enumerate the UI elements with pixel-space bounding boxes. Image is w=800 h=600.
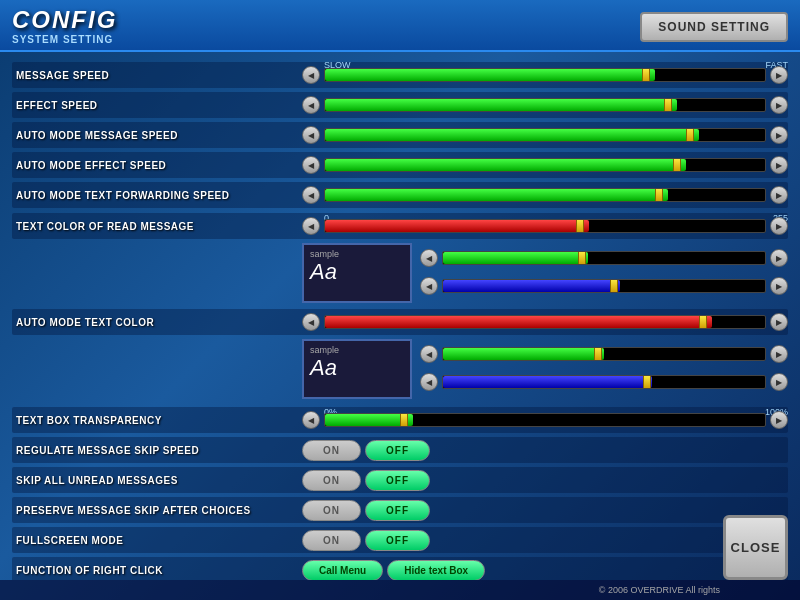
read-green-container: ◀ ▶ [420,249,788,267]
read-green-track[interactable] [442,251,766,265]
text-color-read-row: TEXT COLOR OF READ MESSAGE ◀ ▶ [12,213,788,239]
message-speed-left-arrow[interactable]: ◀ [302,66,320,84]
auto-color-sample-box: sample Aa [302,339,412,399]
read-red-right-arrow[interactable]: ▶ [770,217,788,235]
header-title-group: CONFIG SYSTEM SETTING [12,6,117,45]
read-green-left-arrow[interactable]: ◀ [420,249,438,267]
read-red-left-arrow[interactable]: ◀ [302,217,320,235]
fullscreen-off-btn[interactable]: OFF [365,530,430,551]
message-speed-right-arrow[interactable]: ▶ [770,66,788,84]
function-right-click-options: Call Menu Hide text Box [302,560,485,581]
effect-speed-row: EFFECT SPEED ◀ ▶ [12,92,788,118]
text-color-read-label: TEXT COLOR OF READ MESSAGE [12,221,302,232]
auto-effect-right-arrow[interactable]: ▶ [770,156,788,174]
auto-msg-speed-right-arrow[interactable]: ▶ [770,126,788,144]
app-title: CONFIG [12,6,117,34]
auto-sample-label: sample [310,345,404,355]
regulate-skip-off-btn[interactable]: OFF [365,440,430,461]
read-blue-right-arrow[interactable]: ▶ [770,277,788,295]
read-blue-left-arrow[interactable]: ◀ [420,277,438,295]
auto-msg-speed-label: AUTO MODE MESSAGE SPEED [12,130,302,141]
fullscreen-mode-row: FULLSCREEN MODE ON OFF [12,527,788,553]
fullscreen-on-btn[interactable]: ON [302,530,361,551]
skip-unread-on-btn[interactable]: ON [302,470,361,491]
auto-msg-speed-slider-container: ◀ ▶ [302,126,788,144]
text-box-transparency-row: TEXT BOX TRANSPARENCY ◀ ▶ [12,407,788,433]
auto-green-left-arrow[interactable]: ◀ [420,345,438,363]
message-speed-row: MESSAGE SPEED ◀ ▶ [12,62,788,88]
auto-text-fwd-row: AUTO MODE TEXT FORWARDING SPEED ◀ ▶ [12,182,788,208]
footer: © 2006 OVERDRIVE All rights [0,580,800,600]
auto-blue-right-arrow[interactable]: ▶ [770,373,788,391]
auto-text-color-row: AUTO MODE TEXT COLOR ◀ ▶ [12,309,788,335]
text-box-transparency-label: TEXT BOX TRANSPARENCY [12,415,302,426]
auto-red-track[interactable] [324,315,766,329]
auto-text-fwd-left-arrow[interactable]: ◀ [302,186,320,204]
preserve-skip-on-btn[interactable]: ON [302,500,361,521]
preserve-skip-label: PRESERVE MESSAGE SKIP AFTER CHOICES [12,505,302,516]
auto-green-container: ◀ ▶ [420,345,788,363]
transparency-slider-container: ◀ ▶ [302,411,788,429]
auto-blue-track[interactable] [442,375,766,389]
transparency-left-arrow[interactable]: ◀ [302,411,320,429]
preserve-skip-row: PRESERVE MESSAGE SKIP AFTER CHOICES ON O… [12,497,788,523]
auto-msg-speed-row: AUTO MODE MESSAGE SPEED ◀ ▶ [12,122,788,148]
preserve-skip-toggle: ON OFF [302,500,430,521]
regulate-skip-speed-toggle: ON OFF [302,440,430,461]
header: CONFIG SYSTEM SETTING SOUND SETTING [0,0,800,52]
skip-unread-label: SKIP ALL UNREAD MESSAGES [12,475,302,486]
effect-speed-right-arrow[interactable]: ▶ [770,96,788,114]
auto-text-fwd-slider-container: ◀ ▶ [302,186,788,204]
fullscreen-mode-toggle: ON OFF [302,530,430,551]
auto-text-fwd-right-arrow[interactable]: ▶ [770,186,788,204]
auto-msg-speed-left-arrow[interactable]: ◀ [302,126,320,144]
hide-text-box-btn[interactable]: Hide text Box [387,560,485,581]
auto-blue-container: ◀ ▶ [420,373,788,391]
read-blue-track[interactable] [442,279,766,293]
auto-blue-row: ◀ ▶ [420,371,788,393]
read-green-right-arrow[interactable]: ▶ [770,249,788,267]
auto-blue-left-arrow[interactable]: ◀ [420,373,438,391]
read-sample-text: Aa [310,259,404,285]
transparency-track[interactable] [324,413,766,427]
function-right-click-row: FUNCTION OF RIGHT CLICK Call Menu Hide t… [12,557,788,580]
transparency-right-arrow[interactable]: ▶ [770,411,788,429]
auto-red-right-arrow[interactable]: ▶ [770,313,788,331]
auto-green-row: ◀ ▶ [420,343,788,365]
message-speed-slider-container: ◀ ▶ [302,66,788,84]
skip-unread-row: SKIP ALL UNREAD MESSAGES ON OFF [12,467,788,493]
read-green-row: ◀ ▶ [420,247,788,269]
auto-text-color-label: AUTO MODE TEXT COLOR [12,317,302,328]
message-speed-label: MESSAGE SPEED [12,70,302,81]
skip-unread-off-btn[interactable]: OFF [365,470,430,491]
read-red-track[interactable] [324,219,766,233]
message-speed-track[interactable] [324,68,766,82]
auto-green-track[interactable] [442,347,766,361]
call-menu-btn[interactable]: Call Menu [302,560,383,581]
effect-speed-track[interactable] [324,98,766,112]
auto-sample-text: Aa [310,355,404,381]
sound-setting-button[interactable]: SOUND SETTING [640,12,788,42]
auto-red-left-arrow[interactable]: ◀ [302,313,320,331]
auto-effect-track[interactable] [324,158,766,172]
fullscreen-mode-label: FULLSCREEN MODE [12,535,302,546]
footer-text: © 2006 OVERDRIVE All rights [599,585,720,595]
auto-text-fwd-label: AUTO MODE TEXT FORWARDING SPEED [12,190,302,201]
auto-msg-speed-track[interactable] [324,128,766,142]
regulate-skip-on-btn[interactable]: ON [302,440,361,461]
auto-green-right-arrow[interactable]: ▶ [770,345,788,363]
main-content: SLOW FAST MESSAGE SPEED ◀ ▶ EFFECT SPEED… [0,52,800,580]
close-button[interactable]: CLOSE [723,515,788,580]
effect-speed-slider-container: ◀ ▶ [302,96,788,114]
preserve-skip-off-btn[interactable]: OFF [365,500,430,521]
skip-unread-toggle: ON OFF [302,470,430,491]
auto-effect-speed-label: AUTO MODE EFFECT SPEED [12,160,302,171]
regulate-skip-speed-label: REGULATE MESSAGE SKIP SPEED [12,445,302,456]
effect-speed-left-arrow[interactable]: ◀ [302,96,320,114]
auto-text-fwd-track[interactable] [324,188,766,202]
auto-effect-speed-row: AUTO MODE EFFECT SPEED ◀ ▶ [12,152,788,178]
effect-speed-label: EFFECT SPEED [12,100,302,111]
text-color-read-red-container: ◀ ▶ [302,217,788,235]
auto-effect-speed-slider-container: ◀ ▶ [302,156,788,174]
auto-effect-left-arrow[interactable]: ◀ [302,156,320,174]
